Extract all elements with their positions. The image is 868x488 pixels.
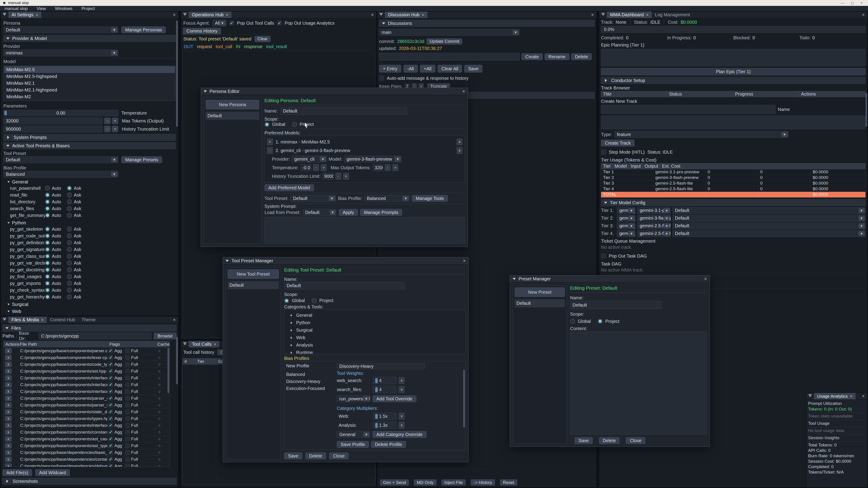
add-tool-override-button[interactable]: Add Tool Override xyxy=(373,395,416,402)
tab-theme[interactable]: Theme xyxy=(78,317,98,323)
menu-item[interactable]: View xyxy=(32,6,51,11)
category-row[interactable]: Surgical xyxy=(287,326,463,334)
panel-collapse-icon[interactable] xyxy=(806,393,814,399)
auto-radio[interactable] xyxy=(45,227,50,232)
tier-provider-select[interactable]: gemini_cli ▼ xyxy=(617,223,636,229)
max-tokens-input[interactable]: 32000 xyxy=(3,118,103,124)
maxtok-minus-button[interactable]: - xyxy=(385,164,391,171)
remove-file-button[interactable]: x xyxy=(5,436,12,442)
system-prompts-section[interactable]: System Prompts xyxy=(3,134,176,141)
remove-model-button[interactable]: x xyxy=(457,138,463,145)
auto-radio[interactable] xyxy=(45,186,50,191)
tab-close-icon[interactable]: × xyxy=(41,318,43,322)
auto-add-checkbox[interactable]: ✓ xyxy=(379,76,384,80)
tab-close-icon[interactable]: × xyxy=(850,394,852,399)
menu-item[interactable]: Project xyxy=(77,6,99,11)
full-checkbox[interactable]: ✓ xyxy=(125,362,130,367)
provider-model-section[interactable]: Provider & Model xyxy=(3,35,176,42)
tab-tool-calls[interactable]: Tool Calls × xyxy=(189,341,219,348)
tier-provider-select[interactable]: gemini_cli ▼ xyxy=(617,230,636,237)
minimize-icon[interactable]: — xyxy=(841,1,844,5)
multiplier-slider[interactable]: 1.5x xyxy=(373,413,397,420)
delete-button[interactable]: Delete xyxy=(305,453,326,459)
ask-radio[interactable] xyxy=(67,213,72,218)
auto-radio[interactable] xyxy=(45,288,50,293)
ask-radio[interactable] xyxy=(67,227,72,232)
remove-file-button[interactable]: x xyxy=(5,416,12,421)
scope-global-radio[interactable] xyxy=(570,319,575,324)
preset-name-input[interactable]: Default xyxy=(570,301,662,309)
tool-override-select[interactable]: run_powershell ▼ xyxy=(337,395,370,402)
remove-weight-button[interactable]: x xyxy=(399,386,405,393)
model-list-item[interactable]: MiniMax-M2.5 xyxy=(4,66,175,73)
remove-file-button[interactable]: x xyxy=(5,402,12,408)
profile-list-item[interactable]: Execution-Focused xyxy=(286,386,334,393)
remove-file-button[interactable]: x xyxy=(5,423,12,428)
remove-file-button[interactable]: x xyxy=(5,396,12,401)
category-override-select[interactable]: General ▼ xyxy=(337,431,370,438)
scope-global-radio[interactable] xyxy=(284,298,289,303)
agg-checkbox[interactable]: ✓ xyxy=(108,423,113,428)
tab-close-icon[interactable]: × xyxy=(422,12,424,18)
category-row[interactable]: Runtime xyxy=(287,349,463,354)
profile-list-item[interactable]: Discovery-Heavy xyxy=(286,379,334,386)
rename-discussion-button[interactable]: Rename xyxy=(545,53,569,60)
hist-minus-button[interactable]: - xyxy=(336,173,341,180)
ask-radio[interactable] xyxy=(67,288,72,293)
agg-checkbox[interactable]: ✓ xyxy=(108,437,113,441)
remove-file-button[interactable]: x xyxy=(5,362,12,367)
scope-project-radio[interactable] xyxy=(292,122,297,127)
manage-personas-button[interactable]: Manage Personas xyxy=(121,26,166,33)
menu-item[interactable]: Windows xyxy=(51,6,77,11)
new-preset-button[interactable]: New Preset xyxy=(515,287,565,297)
tier-provider-select[interactable]: gemini_cli ▼ xyxy=(617,215,636,222)
scope-project-radio[interactable] xyxy=(598,319,602,324)
full-checkbox[interactable]: ✓ xyxy=(125,389,130,394)
entry-button[interactable]: Save xyxy=(464,65,483,72)
panel-close-icon[interactable]: × xyxy=(862,12,865,18)
ask-radio[interactable] xyxy=(67,294,72,299)
remove-file-button[interactable]: x xyxy=(5,389,12,394)
scrollbar-thumb[interactable] xyxy=(167,348,169,393)
panel-close-icon[interactable]: × xyxy=(173,317,176,322)
remove-weight-button[interactable]: x xyxy=(399,377,405,384)
panel-collapse-icon[interactable] xyxy=(377,11,385,18)
model-order-button[interactable]: + xyxy=(267,138,273,145)
tool-preset-list-item[interactable]: Default xyxy=(228,281,279,289)
model-list-item[interactable]: MiniMax-M2.5-highspeed xyxy=(4,73,175,80)
entry-button[interactable]: +All xyxy=(420,65,435,72)
tool-group-header[interactable]: Surgical xyxy=(3,301,176,307)
agg-checkbox[interactable]: ✓ xyxy=(108,464,113,467)
panel-collapse-icon[interactable] xyxy=(1,11,8,18)
create-discussion-button[interactable]: Create xyxy=(522,53,543,60)
agg-checkbox[interactable]: ✓ xyxy=(108,430,113,434)
focus-agent-select[interactable]: All ▼ xyxy=(213,20,226,26)
update-commit-button[interactable]: Update Commit xyxy=(427,38,462,44)
remove-file-button[interactable]: x xyxy=(5,348,12,354)
category-row[interactable]: Analysis xyxy=(287,341,463,349)
dialog-close-icon[interactable]: × xyxy=(463,258,466,263)
tool-preset-select[interactable]: Default ▼ xyxy=(3,156,118,163)
ask-radio[interactable] xyxy=(67,233,72,238)
discussions-section[interactable]: Discussions xyxy=(379,20,595,27)
ask-radio[interactable] xyxy=(67,281,72,286)
tab-close-icon[interactable]: × xyxy=(214,342,216,347)
profile-name-input[interactable]: Discovery-Heavy xyxy=(337,363,425,369)
tier-persona-select[interactable]: Default ▼ xyxy=(673,215,866,222)
add-preferred-model-button[interactable]: Add Preferred Model xyxy=(265,184,314,191)
tier-persona-select[interactable]: Default ▼ xyxy=(673,230,866,237)
category-row[interactable]: General xyxy=(287,312,463,319)
plan-epic-button[interactable]: Plan Epic (Tier 1) xyxy=(601,68,866,75)
tier-provider-select[interactable]: gemini_cli ▼ xyxy=(617,207,636,214)
tab-log-management[interactable]: Log Management xyxy=(652,11,693,18)
auto-radio[interactable] xyxy=(45,274,50,279)
pm-model-select[interactable]: gemini-3-flash-preview ▼ xyxy=(344,156,402,162)
add-category-override-button[interactable]: Add Category Override xyxy=(373,431,427,438)
tab-close-icon[interactable]: × xyxy=(36,12,38,18)
new-persona-button[interactable]: New Persona xyxy=(206,100,259,109)
popout-usage-checkbox[interactable]: ✓ xyxy=(277,21,282,26)
preset-content-textarea[interactable] xyxy=(570,332,707,434)
full-checkbox[interactable]: ✓ xyxy=(125,369,130,373)
remove-file-button[interactable]: x xyxy=(5,457,12,462)
tool-group-header[interactable]: Python xyxy=(3,220,176,226)
